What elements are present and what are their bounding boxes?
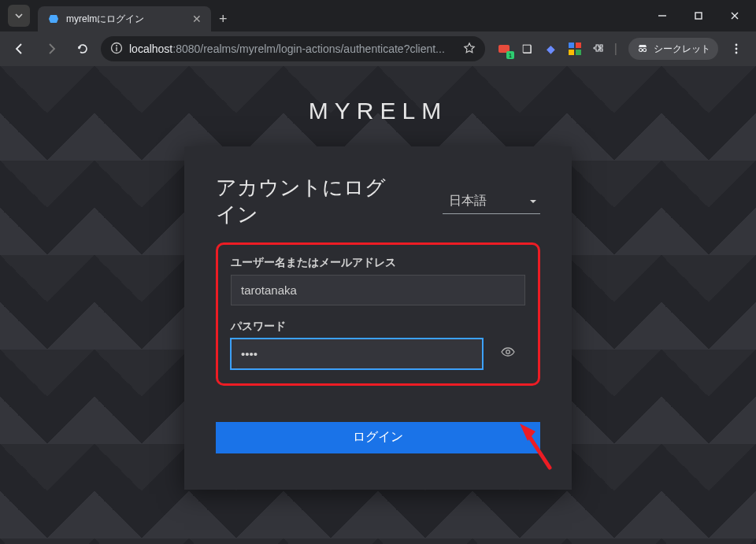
realm-title: MYRELM <box>309 98 447 124</box>
extensions-puzzle-icon[interactable] <box>591 41 606 57</box>
svg-point-16 <box>736 52 738 54</box>
window-controls <box>644 0 753 31</box>
svg-marker-0 <box>49 15 58 23</box>
tab-list-button[interactable] <box>8 5 30 27</box>
svg-point-15 <box>736 48 738 50</box>
address-bar[interactable]: localhost:8080/realms/myrelm/login-actio… <box>101 36 485 61</box>
new-tab-button[interactable]: + <box>211 11 235 28</box>
svg-rect-7 <box>569 43 574 48</box>
bookmark-star-icon[interactable] <box>463 42 476 57</box>
svg-rect-8 <box>576 43 581 48</box>
extension-icons: 1 ❏ ◆ | <box>496 41 617 57</box>
login-heading: アカウントにログイン <box>216 175 405 228</box>
extension-icon[interactable]: ◆ <box>543 41 559 57</box>
incognito-indicator[interactable]: シークレット <box>628 38 718 60</box>
close-tab-icon[interactable]: ✕ <box>192 13 202 25</box>
minimize-button[interactable] <box>644 0 680 31</box>
extension-icon[interactable]: ❏ <box>520 41 536 57</box>
site-info-icon[interactable] <box>110 42 123 57</box>
page-viewport: MYRELM アカウントにログイン 日本語 ユーザー名またはメールアドレス パス… <box>0 66 756 544</box>
svg-point-5 <box>116 45 117 46</box>
reload-button[interactable] <box>69 35 96 62</box>
forward-button[interactable] <box>38 35 65 62</box>
svg-rect-2 <box>695 13 702 19</box>
svg-rect-9 <box>569 50 574 55</box>
tab-title: myrelmにログイン <box>66 13 186 26</box>
login-card: アカウントにログイン 日本語 ユーザー名またはメールアドレス パスワード <box>184 146 572 490</box>
toggle-password-visibility-button[interactable] <box>491 339 525 369</box>
window-titlebar: myrelmにログイン ✕ + <box>0 0 756 31</box>
browser-toolbar: localhost:8080/realms/myrelm/login-actio… <box>0 31 756 66</box>
chevron-down-icon <box>529 194 537 209</box>
login-form-highlight: ユーザー名またはメールアドレス パスワード <box>216 242 540 386</box>
keycloak-favicon-icon <box>47 13 60 25</box>
maximize-button[interactable] <box>680 0 717 31</box>
svg-rect-10 <box>576 50 581 55</box>
password-label: パスワード <box>231 320 525 334</box>
password-input[interactable] <box>231 339 483 369</box>
eye-icon <box>500 344 516 363</box>
browser-menu-button[interactable] <box>723 35 750 62</box>
username-label: ユーザー名またはメールアドレス <box>231 256 525 270</box>
browser-tab[interactable]: myrelmにログイン ✕ <box>38 6 211 31</box>
incognito-icon <box>636 42 649 57</box>
username-input[interactable] <box>231 275 525 305</box>
close-window-button[interactable] <box>717 0 753 31</box>
language-select[interactable]: 日本語 <box>443 189 540 214</box>
back-button[interactable] <box>6 35 33 62</box>
annotation-arrow-icon <box>520 424 554 471</box>
language-value: 日本語 <box>449 193 487 209</box>
svg-point-11 <box>639 48 643 51</box>
url-text: localhost:8080/realms/myrelm/login-actio… <box>129 43 457 55</box>
svg-point-14 <box>736 44 738 46</box>
svg-point-12 <box>643 48 647 51</box>
svg-marker-18 <box>520 424 536 441</box>
extension-icon[interactable] <box>567 41 583 57</box>
login-button[interactable]: ログイン <box>216 422 540 453</box>
svg-rect-6 <box>116 47 117 51</box>
incognito-label: シークレット <box>654 43 710 56</box>
svg-point-17 <box>506 350 510 354</box>
extension-icon[interactable]: 1 <box>496 41 512 57</box>
